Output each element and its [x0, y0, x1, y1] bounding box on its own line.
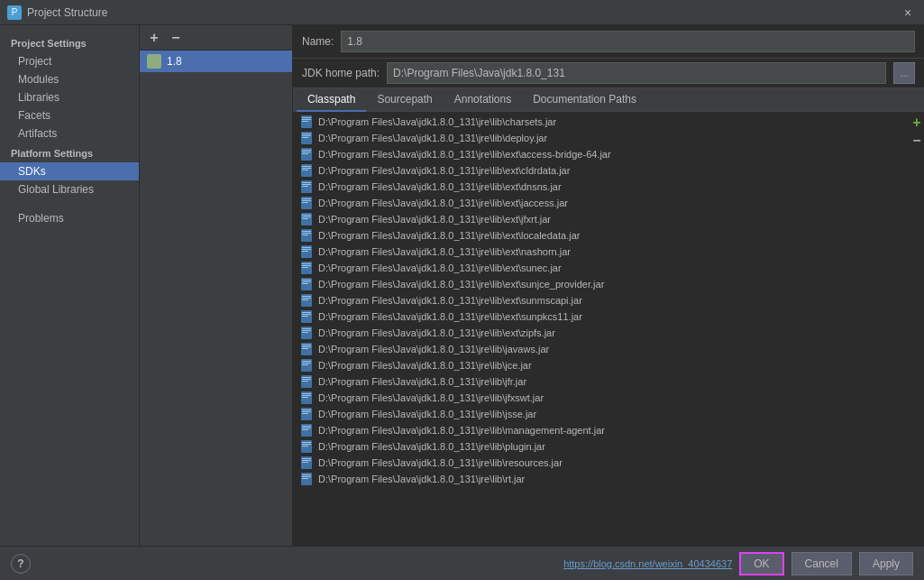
bottom-bar: ? https://blog.csdn.net/weixin_40434637 … [0, 546, 924, 580]
tab-annotations[interactable]: Annotations [444, 88, 522, 112]
svg-rect-5 [302, 121, 308, 122]
remove-file-button[interactable]: − [908, 132, 924, 150]
jdk-browse-button[interactable]: ... [893, 62, 915, 84]
svg-rect-7 [302, 133, 311, 134]
file-item[interactable]: D:\Program Files\Java\jdk1.8.0_131\jre\l… [293, 244, 910, 260]
file-jar-icon [300, 213, 313, 226]
svg-rect-53 [302, 316, 308, 317]
url-link[interactable]: https://blog.csdn.net/weixin_40434637 [563, 558, 732, 569]
file-item[interactable]: D:\Program Files\Java\jdk1.8.0_131\jre\l… [293, 455, 910, 471]
file-item[interactable]: D:\Program Files\Java\jdk1.8.0_131\jre\l… [293, 227, 910, 244]
file-item[interactable]: D:\Program Files\Java\jdk1.8.0_131\jre\l… [293, 195, 910, 211]
sidebar-item-problems[interactable]: Problems [0, 209, 139, 227]
svg-rect-28 [302, 216, 311, 217]
file-jar-icon [300, 164, 313, 177]
ok-button[interactable]: OK [739, 552, 783, 575]
svg-rect-19 [302, 182, 311, 183]
file-path-text: D:\Program Files\Java\jdk1.8.0_131\jre\l… [318, 198, 568, 208]
file-item[interactable]: D:\Program Files\Java\jdk1.8.0_131\jre\l… [293, 114, 910, 130]
apply-button[interactable]: Apply [859, 552, 913, 575]
file-item[interactable]: D:\Program Files\Java\jdk1.8.0_131\jre\l… [293, 260, 910, 276]
svg-rect-84 [302, 444, 311, 445]
sidebar-item-facets[interactable]: Facets [0, 106, 139, 124]
sidebar-item-project[interactable]: Project [0, 52, 139, 70]
sidebar-item-modules[interactable]: Modules [0, 70, 139, 88]
file-item[interactable]: D:\Program Files\Java\jdk1.8.0_131\jre\l… [293, 179, 910, 195]
file-jar-icon [300, 115, 313, 128]
file-path-text: D:\Program Files\Java\jdk1.8.0_131\jre\l… [318, 441, 545, 452]
bottom-left: ? [11, 554, 31, 574]
cancel-button[interactable]: Cancel [791, 552, 852, 575]
file-path-text: D:\Program Files\Java\jdk1.8.0_131\jre\l… [318, 409, 536, 419]
svg-rect-39 [302, 263, 311, 264]
file-jar-icon [300, 473, 313, 485]
file-item[interactable]: D:\Program Files\Java\jdk1.8.0_131\jre\l… [293, 422, 910, 438]
file-item[interactable]: D:\Program Files\Java\jdk1.8.0_131\jre\l… [293, 292, 910, 308]
svg-rect-11 [302, 150, 311, 151]
help-button[interactable]: ? [11, 554, 31, 574]
file-jar-icon [300, 197, 313, 209]
file-path-text: D:\Program Files\Java\jdk1.8.0_131\jre\l… [318, 474, 525, 484]
file-path-text: D:\Program Files\Java\jdk1.8.0_131\jre\l… [318, 425, 605, 436]
svg-rect-1 [149, 57, 153, 60]
name-input[interactable] [341, 31, 915, 52]
tab-classpath[interactable]: Classpath [297, 88, 366, 112]
sidebar-item-global-libraries[interactable]: Global Libraries [0, 180, 139, 198]
file-jar-icon [300, 440, 313, 453]
tab-sourcepath[interactable]: Sourcepath [366, 88, 443, 112]
svg-rect-17 [302, 170, 308, 170]
svg-rect-8 [302, 135, 311, 136]
right-panel: Name: JDK home path: ... Classpath Sourc… [293, 25, 924, 546]
svg-rect-23 [302, 198, 311, 199]
file-item[interactable]: D:\Program Files\Java\jdk1.8.0_131\jre\l… [293, 325, 910, 341]
file-item[interactable]: D:\Program Files\Java\jdk1.8.0_131\jre\l… [293, 146, 910, 162]
file-jar-icon [300, 229, 313, 242]
add-sdk-button[interactable]: + [145, 29, 163, 47]
file-item[interactable]: D:\Program Files\Java\jdk1.8.0_131\jre\l… [293, 357, 910, 373]
file-item[interactable]: D:\Program Files\Java\jdk1.8.0_131\jre\l… [293, 308, 910, 325]
project-settings-title: Project Settings [0, 32, 139, 52]
file-item[interactable]: D:\Program Files\Java\jdk1.8.0_131\jre\l… [293, 373, 910, 390]
remove-sdk-button[interactable]: − [167, 29, 185, 47]
svg-rect-33 [302, 235, 308, 235]
name-row: Name: [293, 25, 924, 59]
jdk-path-input[interactable] [387, 62, 886, 84]
file-item[interactable]: D:\Program Files\Java\jdk1.8.0_131\jre\l… [293, 341, 910, 357]
svg-rect-68 [302, 379, 311, 380]
add-file-button[interactable]: + [908, 114, 924, 132]
file-item[interactable]: D:\Program Files\Java\jdk1.8.0_131\jre\l… [293, 471, 910, 487]
file-item[interactable]: D:\Program Files\Java\jdk1.8.0_131\jre\l… [293, 276, 910, 292]
svg-rect-48 [302, 298, 311, 299]
close-button[interactable]: × [899, 4, 917, 22]
svg-rect-36 [302, 249, 311, 250]
jdk-row: JDK home path: ... [293, 59, 924, 88]
svg-rect-73 [302, 397, 308, 398]
file-item[interactable]: D:\Program Files\Java\jdk1.8.0_131\jre\l… [293, 390, 910, 406]
file-item[interactable]: D:\Program Files\Java\jdk1.8.0_131\jre\l… [293, 162, 910, 179]
file-path-text: D:\Program Files\Java\jdk1.8.0_131\jre\l… [318, 214, 551, 225]
jdk-label: JDK home path: [302, 67, 380, 79]
file-item[interactable]: D:\Program Files\Java\jdk1.8.0_131\jre\l… [293, 438, 910, 455]
svg-rect-67 [302, 377, 311, 378]
app-icon: P [7, 5, 22, 20]
svg-rect-9 [302, 137, 308, 138]
svg-rect-49 [302, 299, 308, 300]
file-item[interactable]: D:\Program Files\Java\jdk1.8.0_131\jre\l… [293, 130, 910, 146]
svg-rect-72 [302, 395, 311, 396]
main-content: Project Settings Project Modules Librari… [0, 25, 924, 546]
file-path-text: D:\Program Files\Java\jdk1.8.0_131\jre\l… [318, 327, 555, 338]
svg-rect-75 [302, 410, 311, 410]
svg-rect-81 [302, 429, 308, 430]
file-jar-icon [300, 245, 313, 258]
svg-rect-12 [302, 152, 311, 152]
tab-documentation-paths[interactable]: Documentation Paths [522, 88, 647, 112]
file-item[interactable]: D:\Program Files\Java\jdk1.8.0_131\jre\l… [293, 406, 910, 422]
files-controls: + − [910, 112, 924, 546]
sidebar-item-artifacts[interactable]: Artifacts [0, 124, 139, 143]
sidebar-item-libraries[interactable]: Libraries [0, 88, 139, 106]
svg-rect-61 [302, 348, 308, 349]
svg-rect-83 [302, 442, 311, 443]
sidebar-item-sdks[interactable]: SDKs [0, 162, 139, 180]
file-item[interactable]: D:\Program Files\Java\jdk1.8.0_131\jre\l… [293, 211, 910, 227]
sdk-item-1.8[interactable]: 1.8 [140, 51, 292, 72]
